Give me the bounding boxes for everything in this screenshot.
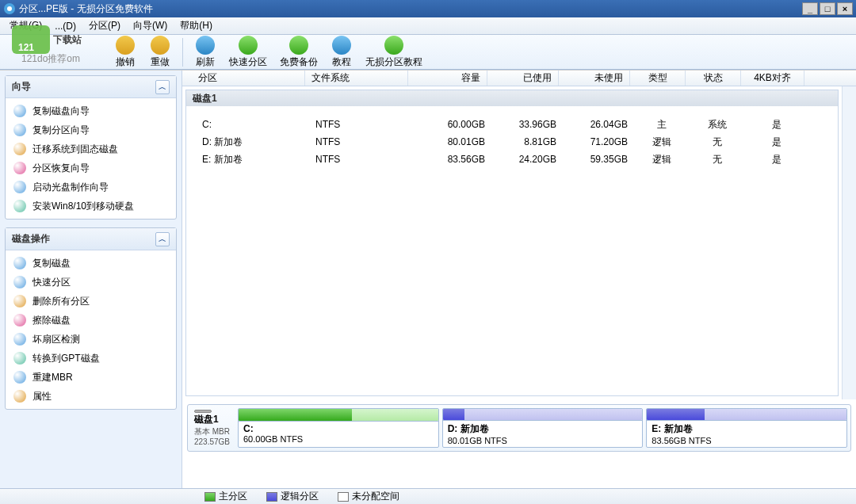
cell-fs: NTFS [309, 154, 412, 165]
wizard-icon [13, 162, 26, 174]
ops-item[interactable]: 快速分区 [6, 273, 176, 292]
scrollbar[interactable] [842, 86, 856, 399]
backup-icon [289, 36, 308, 55]
col-type[interactable]: 类型 [630, 71, 686, 86]
col-status[interactable]: 状态 [686, 71, 741, 86]
item-label: 复制磁盘 [32, 257, 71, 270]
wizard-icon [13, 390, 26, 403]
item-label: 安装Win8/10到移动硬盘 [32, 200, 134, 213]
wizard-item[interactable]: 分区恢复向导 [6, 158, 176, 178]
wizard-icon [13, 181, 26, 193]
toolbar-losslesstut[interactable]: 无损分区教程 [359, 34, 429, 71]
col-free[interactable]: 未使用 [559, 71, 630, 86]
title-bar: 分区...PE版 - 无损分区免费软件 _ □ × [0, 0, 856, 17]
cell-stat: 无 [690, 136, 745, 149]
item-label: 快速分区 [32, 276, 71, 289]
wizard-icon [13, 124, 26, 136]
cell-part: C: [186, 119, 309, 130]
disk-segment[interactable]: C:60.00GB NTFS [238, 408, 439, 448]
window-title: 分区...PE版 - 无损分区免费软件 [19, 2, 802, 16]
minimize-button[interactable]: _ [802, 2, 818, 15]
table-row[interactable]: D: 新加卷NTFS80.01GB8.81GB71.20GB逻辑无是 [186, 133, 838, 151]
col-used[interactable]: 已使用 [487, 71, 559, 86]
col-capacity[interactable]: 容量 [408, 71, 487, 86]
table-row[interactable]: C:NTFS60.00GB33.96GB26.04GB主系统是 [186, 116, 838, 133]
wizard-icon [13, 143, 26, 155]
main-area: 分区 文件系统 容量 已使用 未使用 类型 状态 4KB对齐 磁盘1 C:NTF… [182, 71, 856, 488]
cell-free: 26.04GB [563, 119, 634, 130]
collapse-icon[interactable]: ︿ [155, 80, 170, 94]
menu-general[interactable]: 常规(G) [3, 17, 48, 35]
disk-segment[interactable]: E: 新加卷83.56GB NTFS [646, 408, 847, 448]
wizard-item[interactable]: 迁移系统到固态磁盘 [6, 139, 176, 158]
cell-type: 逻辑 [634, 153, 690, 166]
wizard-icon [13, 314, 26, 326]
menu-d[interactable]: ...(D) [48, 18, 82, 34]
wizard-item[interactable]: 复制磁盘向导 [6, 101, 176, 120]
menu-help[interactable]: 帮助(H) [174, 17, 219, 35]
ops-item[interactable]: 擦除磁盘 [6, 311, 176, 330]
menu-wizard[interactable]: 向导(W) [127, 17, 174, 35]
toolbar-tutorial[interactable]: 教程 [324, 34, 359, 71]
disk-info[interactable]: 磁盘1 基本 MBR 223.57GB [191, 408, 235, 448]
wizard-icon [13, 352, 26, 365]
grid-header: 分区 文件系统 容量 已使用 未使用 类型 状态 4KB对齐 [182, 71, 856, 86]
grid-body: 磁盘1 C:NTFS60.00GB33.96GB26.04GB主系统是D: 新加… [185, 90, 839, 396]
ops-item[interactable]: 删除所有分区 [6, 292, 176, 311]
ops-item[interactable]: 转换到GPT磁盘 [6, 349, 176, 368]
ops-item[interactable]: 属性 [6, 387, 176, 406]
sidebar: 向导 ︿ 复制磁盘向导复制分区向导迁移系统到固态磁盘分区恢复向导启动光盘制作向导… [0, 71, 182, 488]
toolbar-undo[interactable]: 撤销 [108, 34, 143, 71]
col-4k[interactable]: 4KB对齐 [741, 71, 804, 86]
wizard-icon [13, 257, 26, 269]
cell-part: E: 新加卷 [186, 153, 309, 166]
maximize-button[interactable]: □ [820, 2, 835, 15]
ops-item[interactable]: 坏扇区检测 [6, 330, 176, 349]
wizard-item[interactable]: 安装Win8/10到移动硬盘 [6, 197, 176, 216]
disk-group-header[interactable]: 磁盘1 [186, 90, 838, 106]
cell-align: 是 [745, 153, 808, 166]
wizard-icon [13, 295, 26, 307]
ops-item[interactable]: 复制磁盘 [6, 254, 176, 273]
toolbar-freebackup[interactable]: 免费备份 [273, 34, 324, 71]
wizard-item[interactable]: 启动光盘制作向导 [6, 178, 176, 197]
wizard-item[interactable]: 复制分区向导 [6, 120, 176, 139]
cell-fs: NTFS [309, 119, 412, 130]
cell-fs: NTFS [309, 136, 412, 147]
wizard-icon [13, 371, 26, 384]
menu-bar: 常规(G) ...(D) 分区(P) 向导(W) 帮助(H) [0, 17, 856, 35]
panel-diskops-header[interactable]: 磁盘操作 ︿ [6, 228, 176, 250]
col-partition[interactable]: 分区 [182, 71, 305, 86]
item-label: 属性 [32, 390, 52, 403]
disk-map: 磁盘1 基本 MBR 223.57GB C:60.00GB NTFSD: 新加卷… [187, 404, 851, 452]
collapse-icon[interactable]: ︿ [155, 232, 170, 246]
close-button[interactable]: × [837, 2, 853, 15]
ops-item[interactable]: 重建MBR [6, 368, 176, 387]
svg-text:121do推荐om: 121do推荐om [21, 53, 80, 63]
menu-partition[interactable]: 分区(P) [82, 17, 127, 35]
disk-segment[interactable]: D: 新加卷80.01GB NTFS [442, 408, 644, 448]
toolbar-refresh[interactable]: 刷新 [188, 34, 223, 71]
item-label: 删除所有分区 [32, 295, 90, 308]
panel-wizard-header[interactable]: 向导 ︿ [6, 76, 176, 98]
svg-point-1 [7, 6, 12, 11]
table-row[interactable]: E: 新加卷NTFS83.56GB24.20GB59.35GB逻辑无是 [186, 151, 838, 168]
toolbar-quickpart[interactable]: 快速分区 [223, 34, 273, 71]
cell-free: 59.35GB [563, 154, 634, 165]
toolbar-redo[interactable]: 重做 [143, 34, 178, 71]
item-label: 转换到GPT磁盘 [32, 352, 100, 365]
cell-used: 8.81GB [491, 136, 563, 147]
status-bar: 主分区 逻辑分区 未分配空间 [0, 488, 856, 504]
cell-cap: 60.00GB [412, 119, 491, 130]
app-icon [3, 2, 16, 15]
item-label: 复制分区向导 [32, 124, 90, 137]
item-label: 迁移系统到固态磁盘 [32, 143, 118, 156]
legend-logical: 逻辑分区 [266, 490, 319, 503]
col-fs[interactable]: 文件系统 [305, 71, 408, 86]
wizard-icon [13, 333, 26, 346]
cell-free: 71.20GB [563, 136, 634, 147]
svg-text:121: 121 [18, 42, 34, 53]
svg-text:下载站: 下载站 [52, 34, 82, 45]
cell-used: 33.96GB [491, 119, 563, 130]
redo-icon [151, 36, 170, 55]
